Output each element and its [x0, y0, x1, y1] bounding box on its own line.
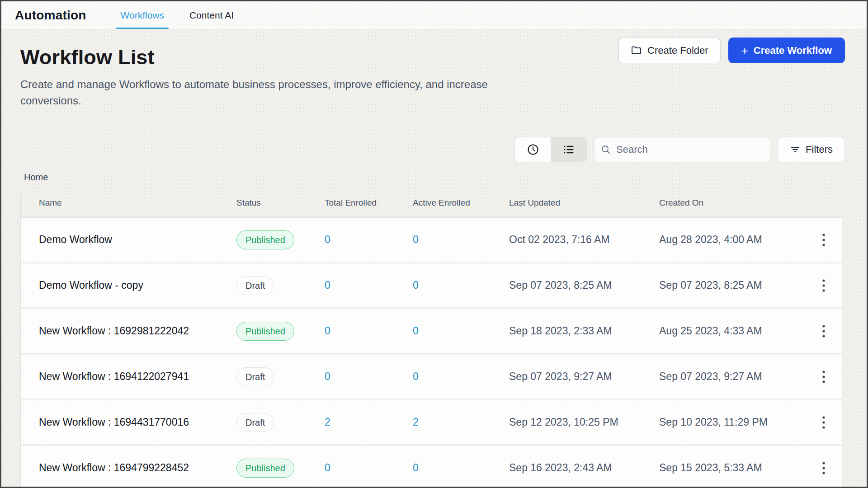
kebab-menu-icon[interactable]	[817, 322, 830, 341]
status-badge: Published	[236, 230, 294, 249]
view-toggle-group	[514, 137, 587, 162]
actions-cell	[801, 459, 842, 478]
table-row[interactable]: New Workflow : 1694799228452 Published 0…	[21, 446, 842, 488]
filters-label: Filters	[806, 144, 833, 155]
workflow-name[interactable]: New Workflow : 1694122027941	[21, 371, 235, 383]
plus-icon: +	[741, 45, 748, 56]
actions-cell	[801, 230, 842, 249]
status-badge: Published	[236, 459, 294, 478]
total-enrolled-value[interactable]: 0	[323, 279, 411, 291]
last-updated-value: Oct 02 2023, 7:16 AM	[507, 234, 657, 246]
created-on-value: Sep 07 2023, 8:25 AM	[657, 279, 801, 291]
active-enrolled-value[interactable]: 2	[411, 416, 507, 428]
workflow-name[interactable]: New Workflow : 1692981222042	[21, 325, 235, 337]
app-window: Automation Workflows Content AI Workflow…	[0, 0, 868, 488]
column-header-last-updated: Last Updated	[507, 198, 657, 208]
search-box	[594, 137, 770, 162]
breadcrumb-home[interactable]: Home	[24, 172, 48, 183]
created-on-value: Sep 15 2023, 5:33 AM	[657, 462, 801, 474]
created-on-value: Sep 07 2023, 9:27 AM	[657, 371, 801, 383]
total-enrolled-value[interactable]: 0	[323, 325, 411, 337]
status-cell: Draft	[235, 276, 323, 295]
total-enrolled-value[interactable]: 2	[323, 416, 411, 428]
table-row[interactable]: New Workflow : 1692981222042 Published 0…	[21, 309, 842, 353]
status-cell: Published	[235, 230, 323, 249]
actions-cell	[801, 276, 842, 295]
tab-content-ai[interactable]: Content AI	[185, 1, 238, 29]
top-nav-tabs: Workflows Content AI	[116, 1, 239, 29]
status-cell: Published	[235, 322, 323, 341]
folder-icon	[631, 45, 642, 56]
search-input[interactable]	[594, 137, 770, 162]
filter-icon	[790, 144, 801, 155]
list-icon	[562, 143, 575, 156]
kebab-menu-icon[interactable]	[817, 367, 830, 386]
active-enrolled-value[interactable]: 0	[411, 371, 507, 383]
active-enrolled-value[interactable]: 0	[411, 325, 507, 337]
kebab-menu-icon[interactable]	[817, 276, 830, 295]
total-enrolled-value[interactable]: 0	[323, 462, 411, 474]
total-enrolled-value[interactable]: 0	[323, 234, 411, 246]
last-updated-value: Sep 18 2023, 2:33 AM	[507, 325, 657, 337]
create-folder-button[interactable]: Create Folder	[618, 38, 721, 63]
status-cell: Draft	[235, 413, 323, 432]
active-enrolled-value[interactable]: 0	[411, 234, 507, 246]
table-body: Demo Workflow Published 0 0 Oct 02 2023,…	[21, 218, 842, 488]
last-updated-value: Sep 12 2023, 10:25 PM	[507, 416, 657, 428]
actions-cell	[801, 367, 842, 386]
created-on-value: Sep 10 2023, 11:29 PM	[657, 416, 801, 428]
column-header-name: Name	[21, 198, 235, 208]
page-header: Workflow List Create and manage Workflow…	[1, 29, 867, 109]
history-view-button[interactable]	[515, 137, 551, 162]
kebab-menu-icon[interactable]	[817, 459, 830, 478]
table-toolbar: Filters	[1, 137, 845, 162]
header-actions: Create Folder + Create Workflow	[618, 38, 845, 63]
status-badge: Draft	[236, 276, 274, 295]
last-updated-value: Sep 07 2023, 9:27 AM	[507, 371, 657, 383]
clock-icon	[527, 143, 539, 156]
kebab-menu-icon[interactable]	[817, 230, 830, 249]
table-row[interactable]: New Workflow : 1694122027941 Draft 0 0 S…	[21, 355, 842, 399]
active-enrolled-value[interactable]: 0	[411, 462, 507, 474]
status-cell: Published	[235, 459, 323, 478]
table-row[interactable]: New Workflow : 1694431770016 Draft 2 2 S…	[21, 400, 842, 444]
create-workflow-label: Create Workflow	[754, 45, 832, 56]
status-badge: Draft	[236, 413, 274, 432]
search-icon	[600, 144, 611, 155]
status-badge: Published	[236, 322, 294, 341]
kebab-menu-icon[interactable]	[817, 413, 830, 432]
tab-workflows[interactable]: Workflows	[116, 1, 169, 29]
actions-cell	[801, 413, 842, 432]
workflow-name[interactable]: Demo Workflow	[21, 234, 235, 246]
status-cell: Draft	[235, 367, 323, 386]
table-row[interactable]: Demo Workflow - copy Draft 0 0 Sep 07 20…	[21, 263, 842, 307]
create-folder-label: Create Folder	[647, 45, 708, 56]
app-section-title: Automation	[15, 8, 86, 23]
total-enrolled-value[interactable]: 0	[323, 371, 411, 383]
table-row[interactable]: Demo Workflow Published 0 0 Oct 02 2023,…	[21, 218, 842, 262]
workflow-name[interactable]: New Workflow : 1694799228452	[21, 462, 235, 474]
status-badge: Draft	[236, 367, 274, 386]
workflow-name[interactable]: New Workflow : 1694431770016	[21, 416, 235, 428]
page-subtitle: Create and manage Workflows to automate …	[20, 76, 545, 109]
column-header-created-on: Created On	[657, 198, 801, 208]
column-header-status: Status	[235, 198, 323, 208]
column-header-active-enrolled: Active Enrolled	[411, 198, 507, 208]
created-on-value: Aug 28 2023, 4:00 AM	[657, 234, 801, 246]
actions-cell	[801, 322, 842, 341]
workflow-name[interactable]: Demo Workflow - copy	[21, 279, 235, 291]
last-updated-value: Sep 07 2023, 8:25 AM	[507, 279, 657, 291]
created-on-value: Aug 25 2023, 4:33 AM	[657, 325, 801, 337]
last-updated-value: Sep 16 2023, 2:43 AM	[507, 462, 657, 474]
filters-button[interactable]: Filters	[778, 137, 845, 162]
table-header-row: Name Status Total Enrolled Active Enroll…	[21, 188, 842, 218]
top-nav-bar: Automation Workflows Content AI	[1, 1, 867, 29]
active-enrolled-value[interactable]: 0	[411, 279, 507, 291]
create-workflow-button[interactable]: + Create Workflow	[728, 38, 845, 63]
column-header-total-enrolled: Total Enrolled	[323, 198, 411, 208]
workflow-table: Name Status Total Enrolled Active Enroll…	[20, 188, 842, 488]
list-view-button[interactable]	[551, 137, 586, 162]
